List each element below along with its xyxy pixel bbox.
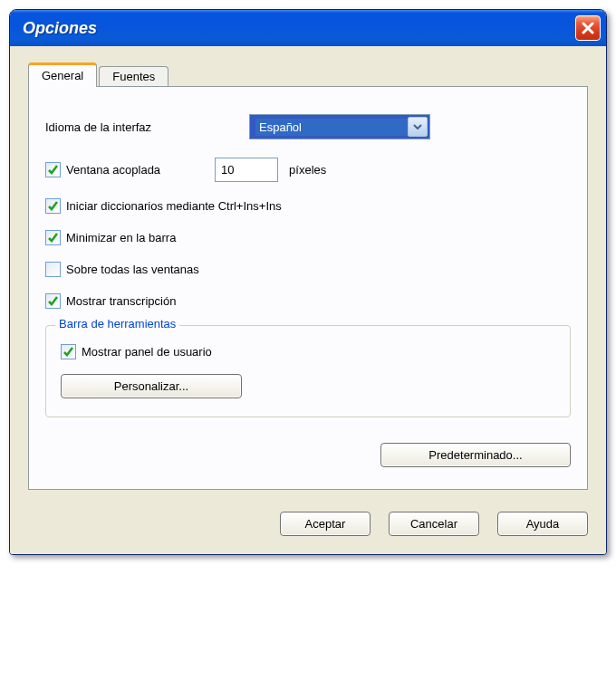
- row-userpanel: Mostrar panel de usuario: [61, 344, 555, 359]
- row-default: Predeterminado...: [45, 443, 571, 467]
- row-ontop: Sobre todas las ventanas: [45, 262, 571, 277]
- dropdown-value: Español: [255, 119, 408, 136]
- button-label: Predeterminado...: [428, 448, 522, 462]
- titlebar: Opciones: [10, 10, 606, 46]
- close-icon: [582, 22, 594, 34]
- language-label: Idioma de la interfaz: [45, 120, 249, 134]
- checkbox-ontop[interactable]: [45, 262, 61, 277]
- pixels-unit: píxeles: [289, 163, 326, 177]
- language-dropdown[interactable]: Español: [249, 114, 430, 139]
- checkbox-label: Ventana acoplada: [66, 163, 160, 177]
- options-window: Opciones General Fuentes Idioma de la in…: [9, 9, 607, 555]
- window-title: Opciones: [23, 19, 97, 38]
- row-language: Idioma de la interfaz Español: [45, 114, 571, 139]
- client-area: General Fuentes Idioma de la interfaz Es…: [10, 46, 606, 554]
- checkbox-docked[interactable]: [45, 162, 61, 177]
- checkbox-transcr[interactable]: [45, 293, 61, 309]
- checkbox-userpanel[interactable]: [61, 344, 76, 359]
- checkbox-label: Sobre todas las ventanas: [66, 263, 199, 276]
- help-button[interactable]: Ayuda: [497, 512, 588, 536]
- groupbox-toolbar: Barra de herramientas Mostrar panel de u…: [45, 325, 571, 417]
- docked-pixels-input[interactable]: [215, 158, 278, 182]
- tab-fuentes[interactable]: Fuentes: [99, 66, 168, 86]
- tabstrip: General Fuentes: [28, 62, 588, 86]
- button-label: Ayuda: [526, 517, 560, 531]
- close-button[interactable]: [575, 15, 601, 41]
- chevron-down-icon: [408, 117, 428, 137]
- row-docked: Ventana acoplada píxeles: [45, 158, 571, 182]
- ok-button[interactable]: Aceptar: [280, 512, 371, 536]
- tab-label: Fuentes: [112, 70, 155, 83]
- row-ctrlins: Iniciar diccionarios mediante Ctrl+Ins+I…: [45, 198, 571, 214]
- checkbox-label: Iniciar diccionarios mediante Ctrl+Ins+I…: [66, 199, 282, 213]
- button-label: Personalizar...: [114, 379, 188, 393]
- tab-label: General: [42, 69, 83, 82]
- default-button[interactable]: Predeterminado...: [380, 443, 571, 467]
- cancel-button[interactable]: Cancelar: [389, 512, 479, 536]
- checkbox-label: Mostrar transcripción: [66, 294, 176, 308]
- button-label: Aceptar: [305, 517, 346, 531]
- tab-general[interactable]: General: [28, 62, 97, 87]
- groupbox-title: Barra de herramientas: [55, 317, 179, 330]
- button-label: Cancelar: [410, 517, 457, 531]
- footer-buttons: Aceptar Cancelar Ayuda: [28, 512, 588, 536]
- checkbox-label: Mostrar panel de usuario: [82, 345, 212, 359]
- checkbox-ctrlins[interactable]: [45, 198, 61, 214]
- row-minbar: Minimizar en la barra: [45, 230, 571, 245]
- row-transcr: Mostrar transcripción: [45, 293, 571, 309]
- tabpanel-general: Idioma de la interfaz Español Ventana ac…: [28, 86, 588, 490]
- customize-button[interactable]: Personalizar...: [61, 374, 242, 398]
- checkbox-minbar[interactable]: [45, 230, 61, 245]
- checkbox-label: Minimizar en la barra: [66, 231, 176, 244]
